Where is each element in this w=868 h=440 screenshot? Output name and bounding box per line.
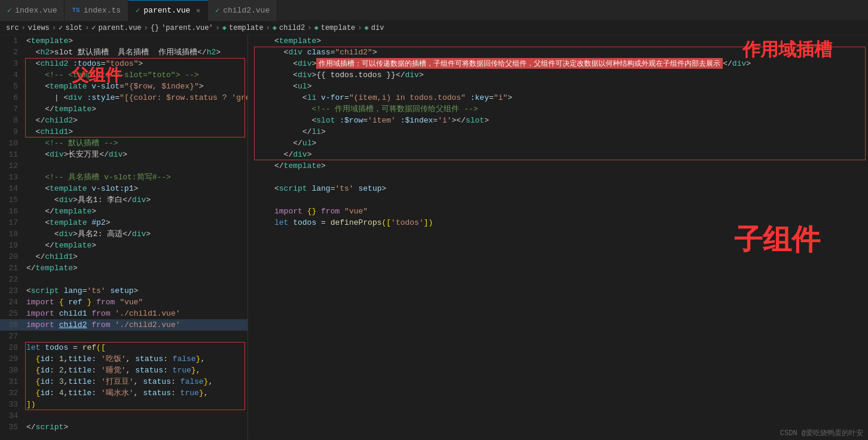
code-line-2: 2 <h2>slot 默认插槽 具名插槽 作用域插槽</h2> [0,47,247,58]
tab-close-icon[interactable]: ✕ [196,7,200,14]
code-line-21: 21 </template> [0,262,247,274]
tab-index-vue[interactable]: ✓ index.vue [0,0,65,21]
code-line-9: 9 <child1> [0,126,247,138]
code-line-28: 28 let todos = ref([ [0,342,247,353]
code-line-31: 31 {id: 3,title: '打豆豆', status: false}, [0,376,247,387]
code-editor-left: 父组件 1 <template> 2 <h2>slot 默认插槽 具名插槽 作用… [0,35,247,433]
code-line-13: 13 <!-- 具名插槽 v-slot:简写#--> [0,172,247,183]
code-line-4: 4 <!-- <template v-slot="toto"> --> [0,69,247,81]
right-tooltip-line: <div>作用域插槽：可以传递数据的插槽，子组件可将数据回传给父组件，父组件可决… [248,58,868,69]
code-line-27: 27 [0,331,247,342]
right-line-li-close: </li> [248,126,868,138]
breadcrumb: src › views › ✓ slot › ✓ parent.vue › {}… [0,21,868,35]
tab-parent-vue[interactable]: ✓ parent.vue ✕ [129,0,208,21]
code-line-24: 24 import { ref } from "vue" [0,297,247,308]
tab-label: index.ts [84,6,121,15]
code-line-5: 5 <template v-slot="{$row, $index}"> [0,81,247,92]
code-line-11: 11 <div>长安万里</div> [0,149,247,160]
code-line-7: 7 </template> [0,103,247,115]
watermark: CSDN @爱吃烧鸭蛋的叶安 [780,428,863,438]
code-line-26: 26 import child2 from './child2.vue' [0,319,247,331]
code-line-33: 33 ]) [0,399,247,410]
code-line-22: 22 [0,274,247,285]
code-line-10: 10 <!-- 默认插槽 --> [0,138,247,149]
tab-label: parent.vue [143,6,190,15]
right-line-cmt2: <!-- 作用域插槽，可将数据回传给父组件 --> [248,103,868,115]
code-line-20: 20 </child1> [0,251,247,262]
right-line-import: import {} from "vue" [248,206,868,217]
code-line-34: 34 [0,410,247,421]
tab-index-ts[interactable]: TS index.ts [65,0,129,21]
code-line-1: 1 <template> [0,35,247,47]
right-line-todos: <div>{{ todos.todos }}</div> [248,69,868,81]
code-line-16: 16 </template> [0,206,247,217]
code-line-12: 12 [0,160,247,172]
code-line-15: 15 <div>具名1: 李白</div> [0,194,247,206]
right-line-li: <li v-for="(item,i) in todos.todos" :key… [248,92,868,103]
right-line-ul: <ul> [248,81,868,92]
tab-label: child2.vue [223,6,270,15]
tab-child2-vue[interactable]: ✓ child2.vue [208,0,277,21]
vue-icon: ✓ [215,6,219,15]
right-line-ul-close: </ul> [248,138,868,149]
code-line-3: 3 <child2 :todos="todos"> [0,58,247,69]
tab-bar: ✓ index.vue TS index.ts ✓ parent.vue ✕ ✓… [0,0,868,21]
code-editor-right: <template> <div class="child2"> [248,35,868,228]
code-line-19: 19 </template> [0,240,247,251]
right-line-template-1: <template> [248,35,868,47]
right-line-template-close: </template> [248,160,868,172]
code-line-25: 25 import child1 from './child1.vue' [0,308,247,319]
tab-label: index.vue [15,6,57,15]
right-line-blank2 [248,194,868,206]
vue-icon: ✓ [136,6,140,15]
code-line-35: 35 </script> [0,421,247,433]
code-line-17: 17 <template #p2> [0,217,247,228]
vue-icon: ✓ [7,6,11,15]
code-line-30: 30 {id: 2,title: '睡觉', status: true}, [0,365,247,376]
right-line-div-child2: <div class="child2"> [248,47,868,58]
right-line-blank [248,172,868,183]
right-editor-panel: 作用域插槽 子组件 <template> <div [248,35,868,439]
right-line-div-close: </div> [248,149,868,160]
right-line-let-todos: let todos = defineProps(['todos']) [248,217,868,228]
editor-area: 父组件 1 <template> 2 <h2>slot 默认插槽 具名插槽 作用… [0,35,868,439]
code-line-14: 14 <template v-slot:p1> [0,183,247,194]
code-line-18: 18 <div>具名2: 高适</div> [0,228,247,240]
code-line-32: 32 {id: 4,title: '喝水水', status: true}, [0,387,247,399]
code-line-8: 8 </child2> [0,115,247,126]
right-line-slot: <slot :$row='item' :$index='i'></slot> [248,115,868,126]
ts-icon: TS [72,7,80,14]
code-line-23: 23 <script lang='ts' setup> [0,285,247,297]
code-line-6: 6 | <div :style="[{color: $row.status ? … [0,92,247,103]
right-line-script: <script lang='ts' setup> [248,183,868,194]
code-line-29: 29 {id: 1,title: '吃饭', status: false}, [0,353,247,365]
left-editor-panel: 父组件 1 <template> 2 <h2>slot 默认插槽 具名插槽 作用… [0,35,248,439]
